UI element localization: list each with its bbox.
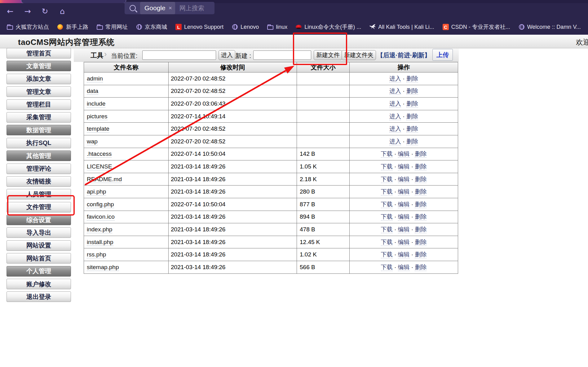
sidebar-item[interactable]: 管理文章 xyxy=(7,86,71,97)
sidebar-item[interactable]: 人员管理 xyxy=(7,189,71,199)
bookmark-item[interactable]: All Kali Tools | Kali Li... xyxy=(369,24,434,30)
action-link[interactable]: 下载 xyxy=(381,201,393,208)
nav-icon[interactable]: → xyxy=(22,6,33,16)
search-engine-chip[interactable]: Google × xyxy=(140,2,175,14)
action-link[interactable]: 删除 xyxy=(415,251,427,258)
sidebar-item[interactable]: 执行SQL xyxy=(7,138,71,148)
action-link[interactable]: 删除 xyxy=(415,188,427,195)
file-name-link[interactable]: index.php xyxy=(87,226,112,233)
bookmark-item[interactable]: 火狐官方站点 xyxy=(7,23,49,31)
file-name-link[interactable]: install.php xyxy=(87,239,113,246)
bookmark-item[interactable]: Linux命令大全(手册) ... xyxy=(296,23,361,31)
nav-icon[interactable]: ← xyxy=(5,6,15,16)
sidebar-item[interactable]: 个人管理 xyxy=(7,266,71,277)
action-link[interactable]: 编辑 xyxy=(398,201,410,208)
action-link[interactable]: 进入 xyxy=(389,138,401,145)
file-name-link[interactable]: LICENSE xyxy=(87,163,112,170)
action-link[interactable]: 进入 xyxy=(389,88,401,95)
action-link[interactable]: 删除 xyxy=(415,151,427,158)
bookmark-item[interactable]: Lenovo xyxy=(232,24,259,30)
file-name-link[interactable]: rss.php xyxy=(87,251,106,258)
action-link[interactable]: 删除 xyxy=(415,226,427,233)
action-link[interactable]: 编辑 xyxy=(398,239,410,246)
action-link[interactable]: 删除 xyxy=(406,113,418,120)
bookmark-item[interactable]: 常用网址 xyxy=(97,23,128,31)
new-file-button[interactable]: 新建文件 xyxy=(314,50,342,60)
sidebar-item[interactable]: 管理评论 xyxy=(7,164,71,174)
action-link[interactable]: 下载 xyxy=(381,163,393,170)
action-link[interactable]: 下载 xyxy=(381,176,393,183)
action-link[interactable]: 下载 xyxy=(381,251,393,258)
sidebar-item[interactable]: 网站首页 xyxy=(7,253,71,264)
sidebar-item[interactable]: 管理栏目 xyxy=(7,99,71,110)
action-link[interactable]: 进入 xyxy=(389,100,401,107)
file-name-link[interactable]: .htaccess xyxy=(87,151,112,158)
new-name-input[interactable] xyxy=(253,50,311,60)
nav-icon[interactable]: ↻ xyxy=(40,6,50,16)
bookmark-item[interactable]: 新手上路 xyxy=(57,23,88,31)
action-link[interactable]: 编辑 xyxy=(398,251,410,258)
action-link[interactable]: 删除 xyxy=(406,125,418,133)
action-link[interactable]: 编辑 xyxy=(398,226,410,233)
file-name-link[interactable]: data xyxy=(87,88,98,95)
file-name-link[interactable]: admin xyxy=(87,75,103,82)
action-link[interactable]: 进入 xyxy=(389,113,401,120)
action-link[interactable]: 下载 xyxy=(381,264,393,271)
action-link[interactable]: 删除 xyxy=(415,264,427,271)
action-link[interactable]: 编辑 xyxy=(398,264,410,271)
bookmark-item[interactable]: Welcome :: Damn V... xyxy=(519,24,581,30)
action-link[interactable]: 删除 xyxy=(415,201,427,208)
action-link[interactable]: 删除 xyxy=(415,176,427,183)
sidebar-item[interactable]: 添加文章 xyxy=(7,74,71,84)
close-icon[interactable]: × xyxy=(169,5,172,11)
file-name-link[interactable]: config.php xyxy=(87,201,114,208)
sidebar-item[interactable]: 其他管理 xyxy=(7,151,71,161)
file-name-link[interactable]: README.md xyxy=(87,176,122,183)
action-link[interactable]: 下载 xyxy=(381,213,393,221)
action-link[interactable]: 下载 xyxy=(381,226,393,233)
action-link[interactable]: 删除 xyxy=(406,75,418,82)
bookmark-item[interactable]: C CSDN - 专业开发者社... xyxy=(443,23,510,31)
location-input[interactable] xyxy=(142,50,216,60)
action-link[interactable]: 编辑 xyxy=(398,176,410,183)
sidebar-item[interactable]: 导入导出 xyxy=(7,227,71,238)
file-name-link[interactable]: pictures xyxy=(87,113,108,120)
bookmark-item[interactable]: 京东商城 xyxy=(136,23,167,31)
back-forward-refresh-links[interactable]: 【后退·前进·刷新】 xyxy=(377,51,431,59)
sidebar-item[interactable]: 友情链接 xyxy=(7,176,71,187)
file-name-link[interactable]: sitemap.php xyxy=(87,264,119,271)
file-name-link[interactable]: favicon.ico xyxy=(87,213,115,221)
sidebar-item[interactable]: 综合设置 xyxy=(7,215,71,225)
new-folder-button[interactable]: 新建文件夹 xyxy=(342,50,376,60)
action-link[interactable]: 删除 xyxy=(406,88,418,95)
action-link[interactable]: 删除 xyxy=(406,100,418,107)
sidebar-item[interactable]: 网站设置 xyxy=(7,240,71,251)
action-link[interactable]: 删除 xyxy=(415,163,427,170)
action-link[interactable]: 下载 xyxy=(381,239,393,246)
file-name-link[interactable]: include xyxy=(87,100,105,107)
action-link[interactable]: 下载 xyxy=(381,151,393,158)
action-link[interactable]: 编辑 xyxy=(398,151,410,158)
upload-button[interactable]: 上传 xyxy=(432,49,453,61)
search-bar[interactable]: Google × 网上搜索 xyxy=(125,2,214,14)
sidebar-item[interactable]: 文章管理 xyxy=(7,61,71,71)
nav-icon[interactable]: ⌂ xyxy=(57,6,68,16)
sidebar-item[interactable]: 数据管理 xyxy=(7,125,71,135)
sidebar-item[interactable]: 文件管理 xyxy=(7,202,71,212)
action-link[interactable]: 进入 xyxy=(389,125,401,133)
bookmark-item[interactable]: L Lenovo Support xyxy=(175,24,223,30)
bookmark-item[interactable]: linux xyxy=(267,24,287,30)
action-link[interactable]: 删除 xyxy=(415,213,427,221)
action-link[interactable]: 进入 xyxy=(389,75,401,82)
action-link[interactable]: 下载 xyxy=(381,188,393,195)
action-link[interactable]: 编辑 xyxy=(398,163,410,170)
file-name-link[interactable]: api.php xyxy=(87,188,106,195)
browser-tab[interactable] xyxy=(21,0,126,3)
file-name-link[interactable]: wap xyxy=(87,138,98,145)
enter-button[interactable]: 进入 xyxy=(219,50,235,60)
action-link[interactable]: 编辑 xyxy=(398,213,410,221)
action-link[interactable]: 删除 xyxy=(415,239,427,246)
action-link[interactable]: 编辑 xyxy=(398,188,410,195)
sidebar-item[interactable]: 退出登录 xyxy=(7,291,71,302)
action-link[interactable]: 删除 xyxy=(406,138,418,145)
